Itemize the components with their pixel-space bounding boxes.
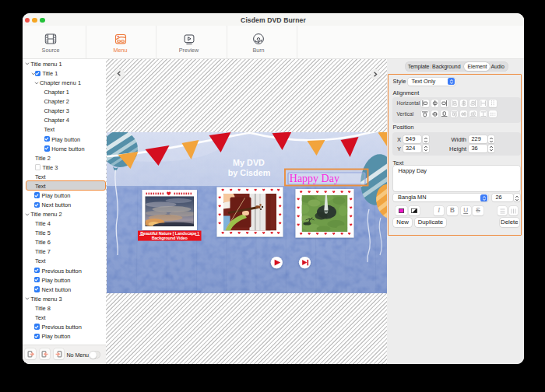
svg-text:Beautiful Nature [ Landscape ]: Beautiful Nature [ Landscape ] [140, 231, 199, 236]
svg-text:Background Video: Background Video [151, 236, 188, 240]
svg-text:by Cisdem: by Cisdem [227, 168, 270, 177]
svg-text:Happy Day: Happy Day [289, 173, 339, 184]
svg-text:My DVD: My DVD [233, 158, 265, 167]
